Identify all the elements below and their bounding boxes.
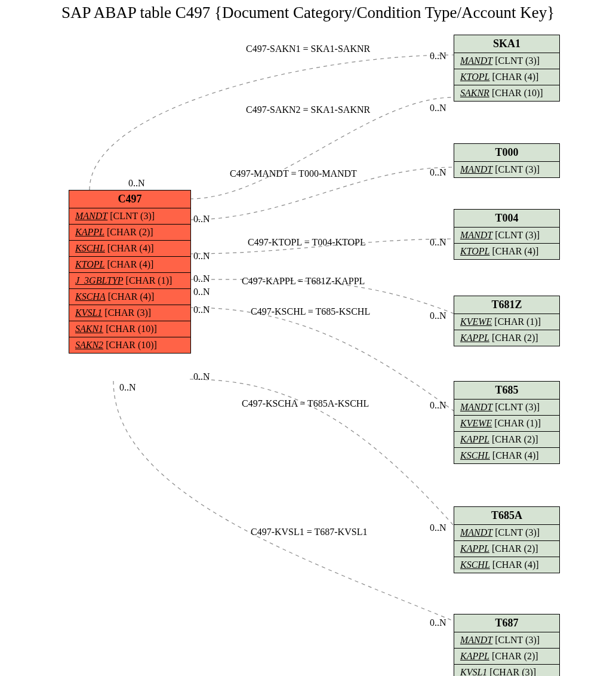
relation-label: C497-KSCHL = T685-KSCHL bbox=[251, 306, 370, 317]
table-row: SAKN2 [CHAR (10)] bbox=[69, 337, 190, 353]
cardinality: 0..N bbox=[430, 311, 446, 321]
table-row: KAPPL [CHAR (2)] bbox=[69, 224, 190, 240]
entity-t000-name: T000 bbox=[454, 144, 559, 161]
entity-t687-name: T687 bbox=[454, 614, 559, 632]
table-row: KTOPL [CHAR (4)] bbox=[454, 69, 559, 85]
relation-label: C497-KVSL1 = T687-KVSL1 bbox=[251, 527, 367, 537]
cardinality: 0..N bbox=[193, 305, 210, 315]
cardinality: 0..N bbox=[430, 237, 446, 248]
entity-ska1: SKA1 MANDT [CLNT (3)] KTOPL [CHAR (4)] S… bbox=[454, 35, 560, 102]
table-row: MANDT [CLNT (3)] bbox=[69, 208, 190, 224]
entity-t685a-name: T685A bbox=[454, 507, 559, 524]
entity-t681z: T681Z KVEWE [CHAR (1)] KAPPL [CHAR (2)] bbox=[454, 296, 560, 346]
relation-label: C497-KTOPL = T004-KTOPL bbox=[248, 237, 366, 248]
cardinality: 0..N bbox=[128, 178, 145, 189]
diagram-page: SAP ABAP table C497 {Document Category/C… bbox=[0, 0, 616, 676]
relation-label: C497-MANDT = T000-MANDT bbox=[230, 168, 357, 179]
entity-t000: T000 MANDT [CLNT (3)] bbox=[454, 143, 560, 178]
table-row: MANDT [CLNT (3)] bbox=[454, 399, 559, 415]
table-row: KTOPL [CHAR (4)] bbox=[454, 243, 559, 259]
entity-t685a: T685A MANDT [CLNT (3)] KAPPL [CHAR (2)] … bbox=[454, 506, 560, 573]
entity-t685: T685 MANDT [CLNT (3)] KVEWE [CHAR (1)] K… bbox=[454, 381, 560, 464]
cardinality: 0..N bbox=[193, 274, 210, 284]
table-row: MANDT [CLNT (3)] bbox=[454, 161, 559, 177]
table-row: J_3GBLTYP [CHAR (1)] bbox=[69, 272, 190, 288]
table-row: MANDT [CLNT (3)] bbox=[454, 227, 559, 243]
table-row: KVEWE [CHAR (1)] bbox=[454, 415, 559, 431]
table-row: MANDT [CLNT (3)] bbox=[454, 632, 559, 648]
cardinality: 0..N bbox=[430, 523, 446, 533]
table-row: KSCHA [CHAR (4)] bbox=[69, 288, 190, 305]
cardinality: 0..N bbox=[430, 103, 446, 113]
table-row: KVSL1 [CHAR (3)] bbox=[454, 664, 559, 676]
cardinality: 0..N bbox=[430, 400, 446, 411]
relation-label: C497-KSCHA = T685A-KSCHL bbox=[242, 398, 369, 409]
cardinality: 0..N bbox=[430, 167, 446, 178]
entity-ska1-name: SKA1 bbox=[454, 35, 559, 53]
table-row: MANDT [CLNT (3)] bbox=[454, 53, 559, 69]
table-row: KSCHL [CHAR (4)] bbox=[454, 447, 559, 463]
table-row: KVSL1 [CHAR (3)] bbox=[69, 305, 190, 321]
table-row: MANDT [CLNT (3)] bbox=[454, 524, 559, 540]
entity-t681z-name: T681Z bbox=[454, 296, 559, 314]
entity-c497-name: C497 bbox=[69, 190, 190, 208]
cardinality: 0..N bbox=[430, 51, 446, 62]
table-row: KAPPL [CHAR (2)] bbox=[454, 540, 559, 557]
table-row: SAKN1 [CHAR (10)] bbox=[69, 321, 190, 337]
entity-t004: T004 MANDT [CLNT (3)] KTOPL [CHAR (4)] bbox=[454, 209, 560, 260]
entity-t004-name: T004 bbox=[454, 210, 559, 227]
entity-c497: C497 MANDT [CLNT (3)] KAPPL [CHAR (2)] K… bbox=[69, 190, 191, 354]
table-row: KAPPL [CHAR (2)] bbox=[454, 431, 559, 447]
cardinality: 0..N bbox=[193, 287, 210, 297]
cardinality: 0..N bbox=[193, 371, 210, 382]
table-row: KVEWE [CHAR (1)] bbox=[454, 314, 559, 330]
cardinality: 0..N bbox=[193, 214, 210, 225]
relation-label: C497-KAPPL = T681Z-KAPPL bbox=[242, 276, 365, 287]
cardinality: 0..N bbox=[193, 251, 210, 262]
relation-label: C497-SAKN2 = SKA1-SAKNR bbox=[246, 105, 370, 115]
table-row: KSCHL [CHAR (4)] bbox=[454, 557, 559, 573]
entity-t687: T687 MANDT [CLNT (3)] KAPPL [CHAR (2)] K… bbox=[454, 614, 560, 676]
cardinality: 0..N bbox=[430, 617, 446, 628]
relation-label: C497-SAKN1 = SKA1-SAKNR bbox=[246, 44, 370, 54]
table-row: SAKNR [CHAR (10)] bbox=[454, 85, 559, 101]
table-row: KTOPL [CHAR (4)] bbox=[69, 256, 190, 272]
table-row: KSCHL [CHAR (4)] bbox=[69, 240, 190, 256]
cardinality: 0..N bbox=[119, 382, 136, 393]
entity-t685-name: T685 bbox=[454, 382, 559, 399]
table-row: KAPPL [CHAR (2)] bbox=[454, 648, 559, 664]
table-row: KAPPL [CHAR (2)] bbox=[454, 330, 559, 346]
page-title: SAP ABAP table C497 {Document Category/C… bbox=[0, 4, 616, 22]
